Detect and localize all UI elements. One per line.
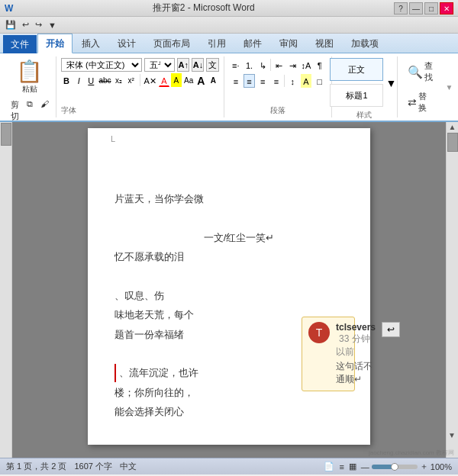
showhide-button[interactable]: ¶ [314,58,325,72]
undo-quick-button[interactable]: ↩ [20,19,31,31]
zoom-out-button[interactable]: — [361,462,369,471]
font-controls: 宋体 (中文正文) 五号 A↑ A↓ 文 B I U abc x₂ x² A✕ … [61,58,219,104]
fontsize-increase-button[interactable]: A↑ [177,58,189,72]
strikethrough-button[interactable]: abc [98,73,111,87]
increase-size-btn[interactable]: A [195,73,206,87]
zoom-slider[interactable] [372,465,418,469]
highlight-button[interactable]: A [171,73,182,87]
shading-button[interactable]: A [301,74,312,88]
font-format-row: B I U abc x₂ x² A✕ A A Aa A A [61,73,219,87]
bold-button[interactable]: B [61,73,72,87]
changecase-button[interactable]: Aa [183,73,194,87]
scroll-thumb[interactable] [447,133,458,152]
sort-button[interactable]: ↕A [300,58,311,72]
style-group: 正文 标题1 ▼ 样式 [332,56,398,117]
minimize-button[interactable]: — [409,2,423,14]
italic-button[interactable]: I [73,73,84,87]
title-bar-left: W [5,3,13,14]
comment-reply-button[interactable]: ↩ [382,322,400,337]
tab-design[interactable]: 设计 [109,34,144,53]
save-quick-button[interactable]: 💾 [3,19,18,31]
paste-button[interactable]: 📋 粘贴 [12,58,47,97]
doc-line-6: 忆不愿承载的泪 [114,248,344,265]
font-name-select[interactable]: 宋体 (中文正文) [61,58,142,72]
superscript-button[interactable]: x² [126,73,137,87]
multilevel-button[interactable]: ↳ [257,58,269,72]
font-size-select[interactable]: 五号 [144,58,175,72]
normal-style-btn[interactable]: 正文 [330,58,383,81]
tab-view[interactable]: 视图 [307,34,342,53]
fontsize-decrease-button[interactable]: A↓ [192,58,204,72]
language-indicator: 中文 [120,461,137,472]
divider [284,75,285,87]
border-button[interactable]: □ [314,74,325,88]
font-name-row: 宋体 (中文正文) 五号 A↑ A↓ 文 [61,58,219,72]
redo-quick-button[interactable]: ↪ [33,19,44,31]
heading1-style-btn[interactable]: 标题1 [330,84,383,107]
justify-button[interactable]: ≡ [271,74,282,88]
word-icon: W [5,3,13,14]
view-web-button[interactable]: ▦ [349,462,356,471]
doc-scroll-container[interactable]: L 片蓝天，当你学会微 一文/红尘一笑↵ 忆不愿承载的泪 、叹息、伤 味地老天荒… [12,122,446,458]
view-fullscreen-button[interactable]: ≡ [339,462,344,471]
view-print-button[interactable]: 📄 [324,462,334,471]
more-quick-button[interactable]: ▼ [46,20,59,31]
tab-pagelayout[interactable]: 页面布局 [145,34,198,53]
linespacing-button[interactable]: ↕ [287,74,298,88]
fontcolor-button[interactable]: A [159,73,169,87]
paragraph-row1: ≡· 1. ↳ ⇤ ⇥ ↕A ¶ [231,58,325,72]
numbering-button[interactable]: 1. [244,58,255,72]
scroll-down-button[interactable]: ▼ [446,430,458,440]
ribbon-content: 📋 粘贴 剪切 ⧉ 🖌 剪贴板 宋体 (中文正文) 五号 [0,53,458,122]
tab-insert[interactable]: 插入 [73,34,108,53]
align-left-button[interactable]: ≡ [231,74,242,88]
restore-button[interactable]: □ [424,2,438,14]
clipboard-group: 📋 粘贴 剪切 ⧉ 🖌 剪贴板 [3,56,56,117]
page-info: 第 1 页，共 2 页 [6,461,66,472]
replace-button[interactable]: ⇄ 替换 [404,88,437,116]
tab-review[interactable]: 审阅 [271,34,306,53]
paragraph-controls: ≡· 1. ↳ ⇤ ⇥ ↕A ¶ ≡ ≡ ≡ ≡ ↕ A □ [231,58,325,102]
right-scrollbar: ▲ ▼ [446,122,458,458]
find-button[interactable]: 🔍 查找 [404,58,437,85]
align-right-button[interactable]: ≡ [257,74,269,88]
zoom-in-button[interactable]: ＋ [420,461,428,472]
decrease-indent-button[interactable]: ⇤ [273,58,285,72]
bullets-button[interactable]: ≡· [231,58,242,72]
increase-indent-button[interactable]: ⇥ [287,58,298,72]
style-expand-button[interactable]: ▼ [383,76,398,89]
doc-line-1 [114,151,344,169]
font-group: 宋体 (中文正文) 五号 A↑ A↓ 文 B I U abc x₂ x² A✕ … [56,56,224,117]
ribbon-tabs: 文件 开始 插入 设计 页面布局 引用 邮件 审阅 视图 加载项 [0,34,458,53]
comment-text: 这句话不通顺↵ [336,360,376,386]
comment-bubble: T tclsevers 33 分钟以前 这句话不通顺↵ ↩ [302,317,355,391]
phonetic-guide-button[interactable]: 文 [206,58,218,72]
clearformat-button[interactable]: A✕ [143,73,156,87]
scroll-up-button[interactable]: ▲ [447,122,458,132]
document-area: L 片蓝天，当你学会微 一文/红尘一笑↵ 忆不愿承载的泪 、叹息、伤 味地老天荒… [0,122,458,458]
zoom-thumb[interactable] [391,463,398,471]
ribbon-scroll-button[interactable]: ▼ [445,83,453,92]
divider [270,59,271,71]
subscript-button[interactable]: x₂ [114,73,124,87]
underline-button[interactable]: U [85,73,96,87]
decrease-size-btn[interactable]: A [208,73,218,87]
close-button[interactable]: ✕ [440,2,453,14]
tab-file[interactable]: 文件 [3,35,37,53]
tab-addins[interactable]: 加载项 [343,34,387,53]
copy-button[interactable]: ⧉ [24,98,36,123]
font-label: 字体 [61,104,76,116]
tab-mailings[interactable]: 邮件 [235,34,270,53]
comment-header: tclsevers 33 分钟以前 [336,322,376,359]
tab-references[interactable]: 引用 [199,34,234,53]
left-scroll-thumb[interactable] [1,123,11,146]
quick-access-toolbar: 💾 ↩ ↪ ▼ [0,17,458,34]
formatpainter-button[interactable]: 🖌 [37,98,52,123]
help-button[interactable]: ? [394,2,408,14]
align-center-button[interactable]: ≡ [244,74,255,88]
doc-line-3: 片蓝天，当你学会微 [114,190,344,207]
doc-line-2 [114,170,344,188]
tab-home[interactable]: 开始 [37,34,73,53]
paragraph-group: ≡· 1. ↳ ⇤ ⇥ ↕A ¶ ≡ ≡ ≡ ≡ ↕ A □ 段落 [224,56,332,117]
cut-button[interactable]: 剪切 [8,98,22,123]
